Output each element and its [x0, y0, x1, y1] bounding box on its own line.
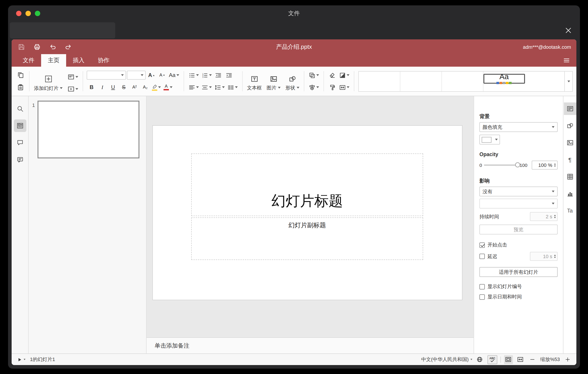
effect-select[interactable]: 没有	[479, 187, 558, 196]
fit-slide-button[interactable]	[504, 355, 513, 364]
columns-button[interactable]	[226, 82, 238, 92]
print-icon[interactable]	[33, 42, 42, 51]
theme-option-3[interactable]	[442, 71, 483, 91]
notes-area[interactable]: 单击添加备注	[147, 337, 474, 353]
theme-gallery-expand-button[interactable]	[565, 71, 573, 91]
slide-thumbnail[interactable]	[38, 101, 139, 158]
decrease-font-size-button[interactable]: A	[157, 70, 167, 80]
opacity-slider[interactable]	[484, 165, 518, 165]
tab-insert[interactable]: 插入	[66, 54, 91, 67]
line-spacing-button[interactable]	[213, 82, 225, 92]
start-on-click-checkbox[interactable]: 开始点击	[479, 242, 558, 248]
slide-size-button[interactable]	[338, 82, 350, 92]
underline-button[interactable]: U	[108, 82, 118, 92]
zoom-in-button[interactable]	[563, 355, 572, 364]
shape-settings-button[interactable]	[564, 120, 576, 132]
clear-style-button[interactable]	[327, 70, 337, 80]
subscript-button[interactable]: A₂	[140, 82, 150, 92]
slide-counter: 1的幻灯片1	[30, 356, 55, 363]
zoom-level: 缩放%53	[540, 356, 560, 363]
start-slideshow-button[interactable]	[67, 84, 79, 94]
tab-file[interactable]: 文件	[16, 54, 41, 67]
minimize-traffic-light[interactable]	[25, 11, 31, 16]
preview-button[interactable]: 预览	[479, 225, 558, 234]
close-traffic-light[interactable]	[16, 11, 21, 16]
slideshow-status-button[interactable]	[16, 355, 26, 364]
align-shapes-button[interactable]	[308, 82, 320, 92]
traffic-lights	[16, 11, 40, 16]
zoom-out-button[interactable]	[528, 355, 537, 364]
paste-icon[interactable]	[16, 82, 25, 92]
paragraph-settings-button[interactable]: ¶	[564, 154, 576, 166]
opacity-slider-knob[interactable]	[515, 162, 520, 167]
copy-icon[interactable]	[16, 70, 25, 80]
slides-panel-button[interactable]	[14, 120, 26, 132]
redo-icon[interactable]	[64, 42, 73, 51]
increase-font-size-button[interactable]: A	[147, 70, 156, 80]
close-icon[interactable]	[563, 25, 574, 36]
fit-width-button[interactable]	[516, 355, 525, 364]
numbering-button[interactable]	[200, 70, 212, 80]
highlight-color-button[interactable]	[151, 82, 162, 92]
apply-all-button[interactable]: 适用于所有幻灯片	[479, 267, 558, 277]
background-color-picker[interactable]	[479, 135, 500, 144]
arrange-shapes-button[interactable]	[308, 70, 320, 80]
copy-style-button[interactable]	[327, 82, 337, 92]
delay-input[interactable]: 10 s	[530, 252, 558, 261]
decrease-indent-button[interactable]	[213, 70, 223, 80]
font-size-select[interactable]	[127, 71, 146, 80]
vertical-align-button[interactable]	[200, 82, 212, 92]
theme-option-1[interactable]	[358, 71, 400, 91]
zoom-traffic-light[interactable]	[35, 11, 40, 16]
clipboard-group	[13, 67, 28, 96]
chart-settings-button[interactable]	[564, 187, 576, 200]
background-app-fragment	[10, 22, 115, 38]
set-language-globe-icon[interactable]	[475, 355, 484, 364]
slide-canvas[interactable]: 幻灯片标题 幻灯片副标题	[147, 96, 474, 337]
comments-panel-button[interactable]	[14, 136, 26, 149]
slide-subtitle-placeholder[interactable]: 幻灯片副标题	[191, 217, 423, 260]
strikethrough-button[interactable]: S	[119, 82, 129, 92]
change-layout-button[interactable]	[67, 72, 79, 82]
ribbon-tabs: 文件 主页 插入 协作	[12, 54, 576, 67]
opacity-input[interactable]: 100 %	[532, 161, 558, 170]
search-button[interactable]	[14, 102, 26, 115]
theme-option-selected[interactable]: Aa	[483, 74, 525, 83]
show-slide-number-checkbox[interactable]: 显示幻灯片编号	[479, 283, 558, 290]
superscript-button[interactable]: A²	[130, 82, 139, 92]
bold-button[interactable]: B	[87, 82, 96, 92]
insert-image-button[interactable]: 图片	[266, 75, 281, 91]
slide-title-placeholder[interactable]: 幻灯片标题	[191, 154, 423, 216]
image-settings-button[interactable]	[564, 136, 576, 149]
slide-settings-button[interactable]	[564, 102, 576, 115]
language-select[interactable]: 中文(中华人民共和国)	[421, 356, 472, 363]
insert-shape-button[interactable]: 形状	[284, 75, 300, 91]
spellcheck-icon[interactable]	[487, 355, 497, 364]
undo-icon[interactable]	[48, 42, 57, 51]
save-icon[interactable]	[17, 42, 26, 51]
background-fill-select[interactable]: 颜色填充	[479, 122, 558, 132]
slide[interactable]: 幻灯片标题 幻灯片副标题	[153, 126, 462, 300]
chat-panel-button[interactable]	[14, 154, 26, 166]
font-color-button[interactable]: A	[163, 82, 173, 92]
add-slide-button[interactable]: 添加幻灯片	[33, 75, 63, 91]
bullets-button[interactable]	[188, 70, 200, 80]
insert-group: 文本框 图片 形状	[244, 70, 302, 96]
increase-indent-button[interactable]	[224, 70, 234, 80]
show-date-time-checkbox[interactable]: 显示日期和时间	[479, 294, 558, 300]
effect-option-select[interactable]	[479, 199, 558, 209]
tab-home[interactable]: 主页	[41, 54, 66, 67]
duration-input[interactable]: 2 s	[530, 212, 558, 221]
italic-button[interactable]: I	[97, 82, 107, 92]
theme-option-2[interactable]	[400, 71, 442, 91]
menu-icon[interactable]	[563, 57, 572, 64]
font-name-select[interactable]	[87, 71, 126, 80]
change-case-button[interactable]: Aa	[168, 70, 180, 80]
horizontal-align-button[interactable]	[188, 82, 200, 92]
delay-checkbox[interactable]: 延迟 10 s	[479, 252, 558, 261]
table-settings-button[interactable]	[564, 170, 576, 183]
insert-textbox-button[interactable]: 文本框	[246, 75, 262, 91]
tab-collaboration[interactable]: 协作	[91, 54, 116, 67]
textart-settings-button[interactable]: Ta	[564, 204, 576, 217]
color-scheme-button[interactable]	[338, 70, 350, 80]
